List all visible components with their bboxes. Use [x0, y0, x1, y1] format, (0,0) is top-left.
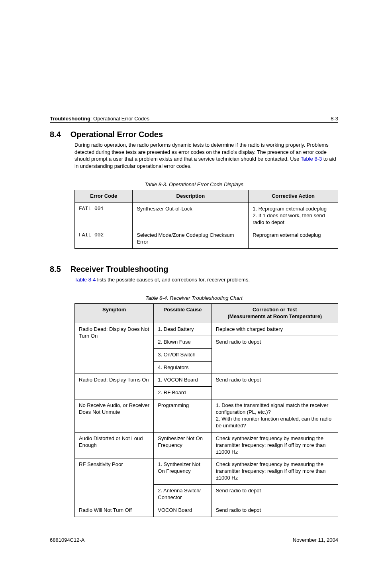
- cell-symptom: Audio Distorted or Not Loud Enough: [75, 432, 154, 458]
- cell-correction: Check synthesizer frequency by measuring…: [212, 432, 338, 458]
- cell-cause: VOCON Board: [154, 504, 212, 517]
- table-8-4-caption: Table 8-4. Receiver Troubleshooting Char…: [50, 295, 338, 301]
- cell-action: Reprogram external codeplug: [249, 229, 338, 248]
- header-left-rest: : Operational Error Codes: [90, 116, 149, 122]
- page-footer: 6881094C12-A November 11, 2004: [50, 537, 338, 543]
- cell-symptom: Radio Will Not Turn Off: [75, 504, 154, 517]
- th-correction-line1: Correction or Test: [216, 307, 334, 313]
- table-header-row: Symptom Possible Cause Correction or Tes…: [75, 304, 338, 323]
- cell-cause: 3. On/Off Switch: [154, 348, 212, 361]
- cell-description: Selected Mode/Zone Codeplug Checksum Err…: [133, 229, 249, 248]
- cell-correction: Replace with charged battery: [212, 323, 338, 336]
- table-row: No Receive Audio, or Receiver Does Not U…: [75, 399, 338, 433]
- cell-correction: Send radio to depot: [212, 504, 338, 517]
- cell-cause: 2. Blown Fuse: [154, 336, 212, 348]
- footer-left: 6881094C12-A: [50, 537, 84, 543]
- table-row: FAIL 001 Synthesizer Out-of-Lock 1. Repr…: [75, 203, 338, 229]
- header-left: Troubleshooting: Operational Error Codes: [50, 116, 149, 122]
- para-pre: During radio operation, the radio perfor…: [74, 142, 329, 162]
- th-possible-cause: Possible Cause: [154, 304, 212, 323]
- th-correction-line2: (Measurements at Room Temperature): [216, 313, 334, 320]
- para-post: lists the possible causes of, and correc…: [96, 277, 250, 283]
- cell-error-code: FAIL 002: [75, 229, 133, 248]
- section-8-5-paragraph: Table 8-4 lists the possible causes of, …: [74, 276, 338, 283]
- table-row: Audio Distorted or Not Loud Enough Synth…: [75, 432, 338, 458]
- cell-correction: Send radio to depot: [212, 485, 338, 504]
- table-8-3: Error Code Description Corrective Action…: [74, 190, 338, 248]
- section-8-4-paragraph: During radio operation, the radio perfor…: [74, 142, 338, 169]
- running-header: Troubleshooting: Operational Error Codes…: [50, 116, 338, 123]
- table-row: Radio Dead; Display Does Not Turn On 1. …: [75, 323, 338, 336]
- cell-cause: 1. Dead Battery: [154, 323, 212, 336]
- cell-correction: Check synthesizer frequency by measuring…: [212, 458, 338, 485]
- th-description: Description: [133, 190, 249, 203]
- th-error-code: Error Code: [75, 190, 133, 203]
- header-left-bold: Troubleshooting: [50, 116, 90, 122]
- cell-cause: 2. RF Board: [154, 387, 212, 399]
- cell-symptom: RF Sensitivity Poor: [75, 458, 154, 504]
- table-8-3-link[interactable]: Table 8-3: [301, 156, 322, 162]
- th-symptom: Symptom: [75, 304, 154, 323]
- table-row: FAIL 002 Selected Mode/Zone Codeplug Che…: [75, 229, 338, 248]
- cell-correction: Send radio to depot: [212, 336, 338, 374]
- table-8-4-link[interactable]: Table 8-4: [74, 277, 96, 283]
- cell-symptom: Radio Dead; Display Does Not Turn On: [75, 323, 154, 374]
- section-8-4: 8.4 Operational Error Codes During radio…: [50, 130, 338, 249]
- cell-correction: Send radio to depot: [212, 374, 338, 399]
- table-row: Radio Dead; Display Turns On 1. VOCON Bo…: [75, 374, 338, 387]
- cell-cause: 2. Antenna Switch/ Connector: [154, 485, 212, 504]
- cell-symptom: No Receive Audio, or Receiver Does Not U…: [75, 399, 154, 433]
- section-number: 8.4: [50, 130, 61, 139]
- cell-description: Synthesizer Out-of-Lock: [133, 203, 249, 229]
- section-heading-8-5: 8.5 Receiver Troubleshooting: [50, 265, 338, 274]
- section-8-5: 8.5 Receiver Troubleshooting Table 8-4 l…: [50, 265, 338, 517]
- table-header-row: Error Code Description Corrective Action: [75, 190, 338, 203]
- th-corrective-action: Corrective Action: [249, 190, 338, 203]
- th-correction: Correction or Test (Measurements at Room…: [212, 304, 338, 323]
- cell-cause: 1. VOCON Board: [154, 374, 212, 387]
- section-title: Operational Error Codes: [71, 130, 163, 139]
- table-8-3-caption: Table 8-3. Operational Error Code Displa…: [50, 181, 338, 187]
- cell-action: 1. Reprogram external codeplug 2. If 1 d…: [249, 203, 338, 229]
- section-title: Receiver Troubleshooting: [71, 265, 168, 274]
- section-heading-8-4: 8.4 Operational Error Codes: [50, 130, 338, 139]
- footer-right: November 11, 2004: [293, 537, 338, 543]
- cell-error-code: FAIL 001: [75, 203, 133, 229]
- cell-cause: 4. Regulators: [154, 361, 212, 374]
- page: Troubleshooting: Operational Error Codes…: [0, 0, 380, 567]
- cell-cause: Synthesizer Not On Frequency: [154, 432, 212, 458]
- section-number: 8.5: [50, 265, 61, 274]
- table-8-4: Symptom Possible Cause Correction or Tes…: [74, 303, 338, 517]
- table-row: RF Sensitivity Poor 1. Synthesizer Not O…: [75, 458, 338, 485]
- cell-symptom: Radio Dead; Display Turns On: [75, 374, 154, 399]
- table-row: Radio Will Not Turn Off VOCON Board Send…: [75, 504, 338, 517]
- header-page-number: 8-3: [331, 116, 338, 122]
- cell-correction: 1. Does the transmitted signal match the…: [212, 399, 338, 433]
- cell-cause: Programming: [154, 399, 212, 433]
- cell-cause: 1. Synthesizer Not On Frequency: [154, 458, 212, 485]
